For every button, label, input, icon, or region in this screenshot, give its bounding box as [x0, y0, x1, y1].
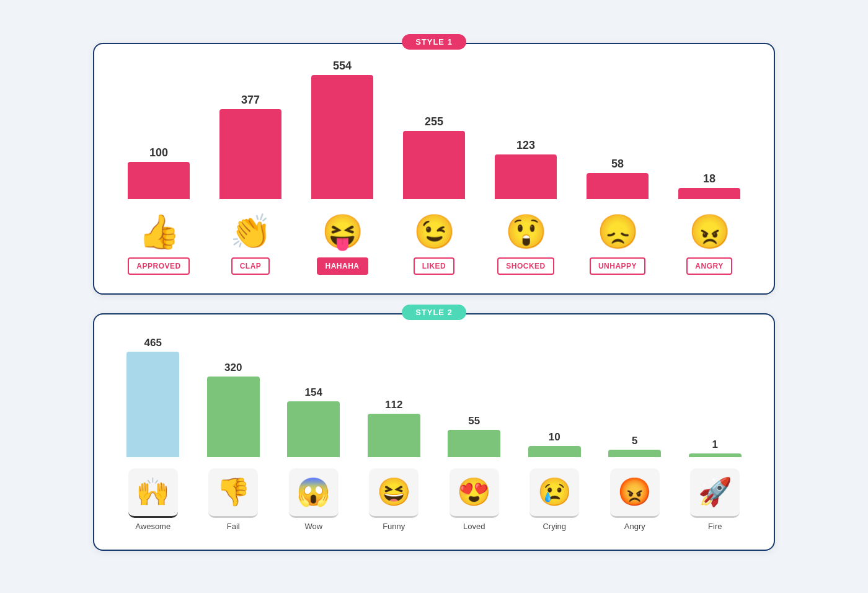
- style1-label-badge-5[interactable]: UNHAPPY: [590, 257, 645, 275]
- style1-bar-6: [678, 188, 740, 199]
- style1-label-item-2: HAHAHA: [305, 257, 379, 275]
- style1-label-item-6: ANGRY: [672, 257, 746, 275]
- style2-emoji-box-0: 🙌: [128, 468, 178, 518]
- style1-bar-item-6[interactable]: 18: [672, 172, 746, 199]
- style2-bar-value-5: 10: [549, 431, 560, 444]
- style1-label-item-3: LIKED: [397, 257, 471, 275]
- style2-emoji-label-item-3[interactable]: 😆Funny: [360, 468, 428, 531]
- style1-bar-item-1[interactable]: 377: [213, 94, 288, 199]
- style1-bar-4: [495, 154, 557, 199]
- style1-bar-5: [587, 173, 649, 199]
- style2-bar-4: [448, 430, 500, 457]
- style1-badge: STYLE 1: [402, 34, 466, 50]
- style1-label-item-5: UNHAPPY: [580, 257, 655, 275]
- style2-label-6: Angry: [624, 522, 645, 531]
- style2-emoji-label-item-5[interactable]: 😢Crying: [520, 468, 588, 531]
- style2-emoji-box-7: 🚀: [690, 468, 740, 518]
- style2-bar-value-0: 465: [144, 337, 162, 349]
- style2-emoji-box-1: 👎: [208, 468, 258, 518]
- style1-emoji-row: 👍👏😝😉😲😞😠: [113, 215, 755, 248]
- style1-bar-item-2[interactable]: 554: [305, 60, 379, 199]
- style2-emoji-box-4: 😍: [450, 468, 499, 518]
- style2-bar-item-1[interactable]: 320: [199, 362, 267, 457]
- style2-chart: 465320154112551051: [113, 339, 755, 463]
- style1-chart: 1003775542551235818: [113, 69, 755, 205]
- style1-bar-item-3[interactable]: 255: [397, 115, 471, 199]
- style1-emoji-0: 👍: [122, 215, 196, 248]
- style1-bar-value-0: 100: [149, 146, 168, 159]
- style2-label-2: Wow: [304, 522, 322, 531]
- style1-label-item-0: APPROVED: [122, 257, 196, 275]
- style2-bar-value-3: 112: [385, 399, 402, 411]
- style1-label-badge-0[interactable]: APPROVED: [128, 257, 189, 275]
- style1-bar-value-3: 255: [425, 115, 443, 128]
- style1-label-badge-3[interactable]: LIKED: [414, 257, 455, 275]
- style1-label-badge-2[interactable]: HAHAHA: [317, 257, 368, 275]
- style1-panel: STYLE 1 1003775542551235818 👍👏😝😉😲😞😠 APPR…: [93, 43, 775, 295]
- style1-bar-value-5: 58: [611, 158, 624, 171]
- style2-bar-item-3[interactable]: 112: [360, 399, 428, 457]
- style2-emoji-label-item-2[interactable]: 😱Wow: [280, 468, 348, 531]
- style2-label-7: Fire: [708, 522, 722, 531]
- style2-bar-6: [608, 450, 661, 457]
- style2-bar-value-2: 154: [305, 386, 322, 399]
- style2-panel: STYLE 2 465320154112551051 🙌Awesome👎Fail…: [93, 313, 775, 551]
- style2-emoji-box-2: 😱: [289, 468, 339, 518]
- style1-emoji-4: 😲: [489, 215, 563, 248]
- style2-label-0: Awesome: [135, 522, 170, 531]
- style1-emoji-6: 😠: [672, 215, 746, 248]
- style2-bar-1: [207, 377, 260, 457]
- style2-bar-value-1: 320: [224, 362, 242, 374]
- style2-bar-item-5[interactable]: 10: [520, 431, 588, 457]
- style1-bar-item-5[interactable]: 58: [580, 158, 655, 199]
- style1-bar-value-1: 377: [241, 94, 260, 107]
- style2-emoji-label-item-6[interactable]: 😡Angry: [601, 468, 669, 531]
- style2-bar-value-7: 1: [712, 439, 718, 451]
- style2-bar-value-6: 5: [632, 435, 637, 447]
- style2-bar-5: [528, 446, 581, 457]
- style2-label-5: Crying: [542, 522, 566, 531]
- style2-label-4: Loved: [463, 522, 485, 531]
- style1-bar-item-4[interactable]: 123: [489, 139, 563, 199]
- style2-emoji-box-3: 😆: [369, 468, 418, 518]
- style1-bar-1: [219, 109, 281, 199]
- style1-bar-3: [403, 131, 465, 199]
- style1-bar-2: [311, 75, 373, 199]
- style1-bar-value-2: 554: [333, 60, 352, 73]
- style2-bar-item-7[interactable]: 1: [681, 439, 749, 457]
- style2-bar-2: [287, 401, 340, 457]
- style2-bar-item-6[interactable]: 5: [601, 435, 669, 457]
- style1-bar-value-6: 18: [703, 172, 715, 185]
- style1-label-item-1: CLAP: [213, 257, 288, 275]
- style2-label-1: Fail: [227, 522, 240, 531]
- style2-bar-0: [126, 352, 179, 457]
- style1-emoji-2: 😝: [305, 215, 379, 248]
- style1-bar-item-0[interactable]: 100: [122, 146, 196, 199]
- style1-label-badge-4[interactable]: SHOCKED: [497, 257, 554, 275]
- style1-bar-0: [128, 162, 190, 199]
- style1-label-badge-1[interactable]: CLAP: [231, 257, 270, 275]
- style1-label-item-4: SHOCKED: [489, 257, 563, 275]
- style2-emoji-label-item-7[interactable]: 🚀Fire: [681, 468, 749, 531]
- style2-bar-item-4[interactable]: 55: [440, 415, 508, 457]
- style2-bar-item-0[interactable]: 465: [119, 337, 187, 457]
- style2-bar-3: [368, 414, 420, 457]
- style2-emoji-label-row: 🙌Awesome👎Fail😱Wow😆Funny😍Loved😢Crying😡Ang…: [113, 468, 755, 531]
- style1-emoji-1: 👏: [213, 215, 288, 248]
- style1-bar-value-4: 123: [516, 139, 535, 152]
- style1-emoji-3: 😉: [397, 215, 471, 248]
- style2-bar-item-2[interactable]: 154: [280, 386, 348, 457]
- style2-emoji-label-item-0[interactable]: 🙌Awesome: [119, 468, 187, 531]
- style2-label-3: Funny: [383, 522, 405, 531]
- style2-badge: STYLE 2: [402, 305, 466, 320]
- style1-label-badge-6[interactable]: ANGRY: [686, 257, 732, 275]
- style2-emoji-label-item-4[interactable]: 😍Loved: [440, 468, 508, 531]
- style1-label-row: APPROVEDCLAPHAHAHALIKEDSHOCKEDUNHAPPYANG…: [113, 257, 755, 275]
- style2-bar-value-4: 55: [468, 415, 480, 427]
- style2-bar-7: [689, 453, 742, 457]
- style2-emoji-label-item-1[interactable]: 👎Fail: [199, 468, 267, 531]
- style2-emoji-box-5: 😢: [529, 468, 579, 518]
- style1-emoji-5: 😞: [580, 215, 655, 248]
- style2-emoji-box-6: 😡: [610, 468, 660, 518]
